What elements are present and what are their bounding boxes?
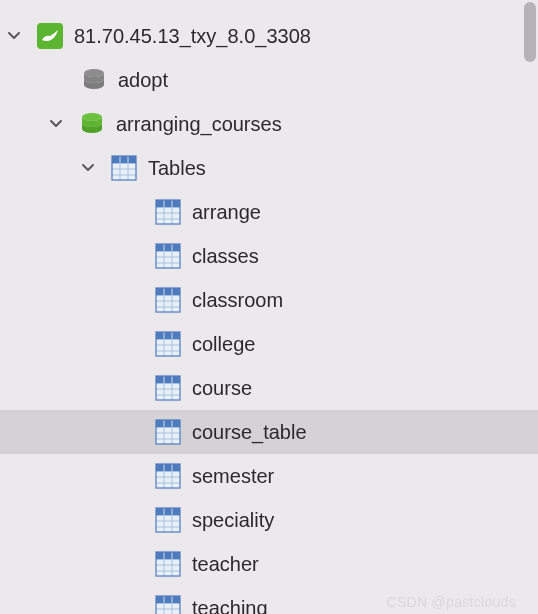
table-node-semester[interactable]: semester: [0, 454, 538, 498]
table-icon: [154, 242, 182, 270]
table-label: course: [192, 377, 252, 400]
table-icon: [154, 506, 182, 534]
table-label: course_table: [192, 421, 307, 444]
scrollbar-thumb[interactable]: [524, 2, 536, 62]
table-label: semester: [192, 465, 274, 488]
table-icon: [154, 550, 182, 578]
table-node-course[interactable]: course: [0, 366, 538, 410]
table-icon: [154, 198, 182, 226]
table-label: arrange: [192, 201, 261, 224]
table-icon: [154, 330, 182, 358]
table-icon: [154, 286, 182, 314]
table-node-classes[interactable]: classes: [0, 234, 538, 278]
table-node-college[interactable]: college: [0, 322, 538, 366]
database-node-adopt[interactable]: adopt: [0, 58, 538, 102]
table-folder-icon: [110, 154, 138, 182]
chevron-down-icon[interactable]: [46, 114, 66, 134]
table-icon: [154, 594, 182, 614]
table-node-arrange[interactable]: arrange: [0, 190, 538, 234]
database-inactive-icon: [80, 66, 108, 94]
connection-node[interactable]: 81.70.45.13_txy_8.0_3308: [0, 14, 538, 58]
chevron-down-icon[interactable]: [78, 158, 98, 178]
database-label: adopt: [118, 69, 168, 92]
chevron-down-icon[interactable]: [4, 26, 24, 46]
connection-label: 81.70.45.13_txy_8.0_3308: [74, 25, 311, 48]
table-label: teacher: [192, 553, 259, 576]
database-active-icon: [78, 110, 106, 138]
table-node-teacher[interactable]: teacher: [0, 542, 538, 586]
table-label: speciality: [192, 509, 274, 532]
database-node-arranging-courses[interactable]: arranging_courses: [0, 102, 538, 146]
scrollbar-track[interactable]: [523, 0, 537, 614]
db-tree: 81.70.45.13_txy_8.0_3308 adopt arranging…: [0, 0, 538, 614]
watermark: CSDN @pastclouds: [386, 594, 516, 610]
table-label: classroom: [192, 289, 283, 312]
table-icon: [154, 374, 182, 402]
table-label: college: [192, 333, 255, 356]
tables-folder-label: Tables: [148, 157, 206, 180]
table-label: teaching: [192, 597, 268, 615]
table-icon: [154, 462, 182, 490]
tables-folder-node[interactable]: Tables: [0, 146, 538, 190]
database-label: arranging_courses: [116, 113, 282, 136]
connection-icon: [36, 22, 64, 50]
table-icon: [154, 418, 182, 446]
table-node-speciality[interactable]: speciality: [0, 498, 538, 542]
table-node-course-table[interactable]: course_table: [0, 410, 538, 454]
table-label: classes: [192, 245, 259, 268]
table-node-classroom[interactable]: classroom: [0, 278, 538, 322]
